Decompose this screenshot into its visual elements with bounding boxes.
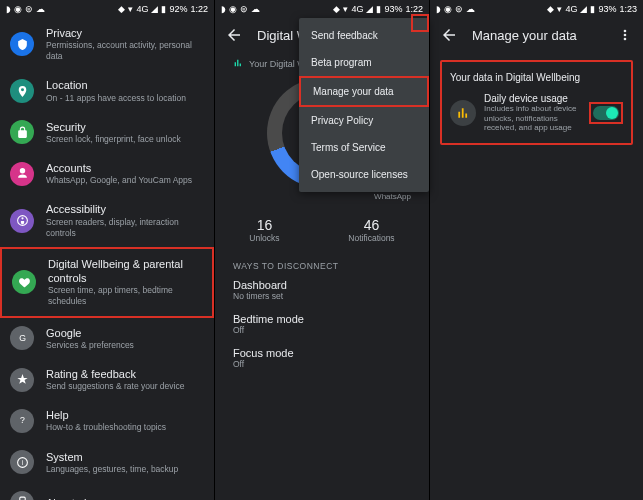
toggle-highlight — [589, 102, 623, 124]
screen-manage-data: ◗◉⊜☁ ◆▾ 4G ◢▮ 93% 1:23 Manage your data … — [429, 0, 643, 500]
disconnect-row[interactable]: Bedtime modeOff — [215, 307, 429, 341]
stat-notifications[interactable]: 46 Notifications — [348, 217, 394, 243]
menu-item-manage-your-data[interactable]: Manage your data — [299, 76, 429, 107]
settings-item-rating[interactable]: Rating & feedbackSend suggestions & rate… — [0, 359, 214, 400]
settings-item-digital[interactable]: Digital Wellbeing & parental controlsScr… — [0, 247, 214, 318]
stat-unlocks[interactable]: 16 Unlocks — [249, 217, 279, 243]
item-title: Security — [46, 120, 181, 134]
menu-item-send-feedback[interactable]: Send feedback — [299, 22, 429, 49]
status-bar: ◗◉⊜☁ ◆▾ 4G ◢▮ 93% 1:23 — [430, 0, 643, 18]
settings-item-accessibility[interactable]: AccessibilityScreen readers, display, in… — [0, 194, 214, 246]
cloud-icon: ☁ — [36, 4, 45, 14]
stats-row: 16 Unlocks 46 Notifications — [215, 205, 429, 251]
subtitle-text: Your Digital W — [249, 59, 306, 69]
settings-item-accounts[interactable]: AccountsWhatsApp, Google, and YouCam App… — [0, 153, 214, 194]
wifi-icon: ◆ — [118, 4, 125, 14]
item-sub: WhatsApp, Google, and YouCam Apps — [46, 175, 192, 186]
donut-label-other: Other — [233, 0, 253, 78]
battery-icon: ▮ — [161, 4, 166, 14]
cell-icon: ◢ — [151, 4, 158, 14]
svg-text:i: i — [21, 459, 22, 466]
item-title: Digital Wellbeing & parental controls — [48, 257, 202, 286]
settings-item-security[interactable]: SecurityScreen lock, fingerprint, face u… — [0, 112, 214, 153]
disconnect-row[interactable]: Focus modeOff — [215, 341, 429, 375]
person-icon — [10, 209, 34, 233]
item-sub: Screen readers, display, interaction con… — [46, 217, 204, 239]
item-sub: Languages, gestures, time, backup — [46, 464, 178, 475]
status-bar: ◗ ◉ ⊜ ☁ ◆ ▾ 4G ◢ ▮ 92% 1:22 — [0, 0, 214, 18]
moon-icon: ◗ — [6, 4, 11, 14]
battery-pct: 92% — [169, 4, 187, 14]
settings-item-about[interactable]: About phone — [0, 483, 214, 500]
item-sub: Permissions, account activity, personal … — [46, 40, 204, 62]
g-icon: G — [10, 326, 34, 350]
item-title: Google — [46, 326, 134, 340]
lock-icon — [10, 120, 34, 144]
item-sub: On - 11 apps have access to location — [46, 93, 186, 104]
chart-icon — [450, 100, 476, 126]
pin-icon — [10, 79, 34, 103]
back-icon[interactable] — [440, 26, 458, 44]
signal-icon: ▾ — [128, 4, 133, 14]
item-title: System — [46, 450, 178, 464]
screen-digital-wellbeing: ◗◉⊜☁ ◆▾ 4G ◢▮ 93% 1:22 Digital W Your Di… — [214, 0, 429, 500]
settings-item-google[interactable]: GGoogleServices & preferences — [0, 318, 214, 359]
info-icon: i — [10, 450, 34, 474]
star-icon — [10, 368, 34, 392]
app-bar: Manage your data — [430, 18, 643, 52]
box-header: Your data in Digital Wellbeing — [450, 72, 623, 83]
disconnect-row[interactable]: DashboardNo timers set — [215, 273, 429, 307]
item-title: About phone — [46, 496, 108, 500]
usage-toggle[interactable] — [593, 106, 619, 120]
section-header: WAYS TO DISCONNECT — [215, 251, 429, 273]
settings-item-privacy[interactable]: PrivacyPermissions, account activity, pe… — [0, 18, 214, 70]
menu-item-beta-program[interactable]: Beta program — [299, 49, 429, 76]
msg-icon: ⊜ — [25, 4, 33, 14]
item-title: Location — [46, 78, 186, 92]
settings-item-help[interactable]: ?HelpHow-to & troubleshooting topics — [0, 400, 214, 441]
data-box: Your data in Digital Wellbeing Daily dev… — [440, 60, 633, 145]
menu-item-open-source-licenses[interactable]: Open-source licenses — [299, 161, 429, 188]
user-icon — [10, 162, 34, 186]
item-title: Privacy — [46, 26, 204, 40]
item-sub: Screen lock, fingerprint, face unlock — [46, 134, 181, 145]
item-sub: Screen time, app timers, bedtime schedul… — [48, 285, 202, 307]
daily-usage-option: Daily device usage Includes info about d… — [450, 93, 623, 133]
overflow-highlight — [411, 14, 429, 32]
donut-label-whatsapp: WhatsApp — [374, 192, 429, 201]
page-title: Manage your data — [472, 28, 577, 43]
settings-item-system[interactable]: iSystemLanguages, gestures, time, backup — [0, 442, 214, 483]
menu-item-terms-of-service[interactable]: Terms of Service — [299, 134, 429, 161]
item-sub: Services & preferences — [46, 340, 134, 351]
item-title: Rating & feedback — [46, 367, 184, 381]
option-sub: Includes info about device unlocks, noti… — [484, 104, 581, 133]
screen-settings: ◗ ◉ ⊜ ☁ ◆ ▾ 4G ◢ ▮ 92% 1:22 PrivacyPermi… — [0, 0, 214, 500]
signal-type: 4G — [136, 4, 148, 14]
phone-icon — [10, 491, 34, 500]
item-sub: How-to & troubleshooting topics — [46, 422, 166, 433]
item-title: Help — [46, 408, 166, 422]
help-icon: ? — [10, 409, 34, 433]
settings-list: PrivacyPermissions, account activity, pe… — [0, 18, 214, 500]
svg-text:G: G — [19, 333, 26, 343]
settings-item-location[interactable]: LocationOn - 11 apps have access to loca… — [0, 70, 214, 111]
svg-text:?: ? — [20, 416, 25, 426]
shield-icon — [10, 32, 34, 56]
heart-icon — [12, 270, 36, 294]
option-title: Daily device usage — [484, 93, 581, 104]
item-sub: Send suggestions & rate your device — [46, 381, 184, 392]
more-icon[interactable] — [617, 27, 633, 43]
notif-icon: ◉ — [14, 4, 22, 14]
overflow-menu: Send feedbackBeta programManage your dat… — [299, 18, 429, 192]
item-title: Accessibility — [46, 202, 204, 216]
item-title: Accounts — [46, 161, 192, 175]
menu-item-privacy-policy[interactable]: Privacy Policy — [299, 107, 429, 134]
clock: 1:22 — [190, 4, 208, 14]
